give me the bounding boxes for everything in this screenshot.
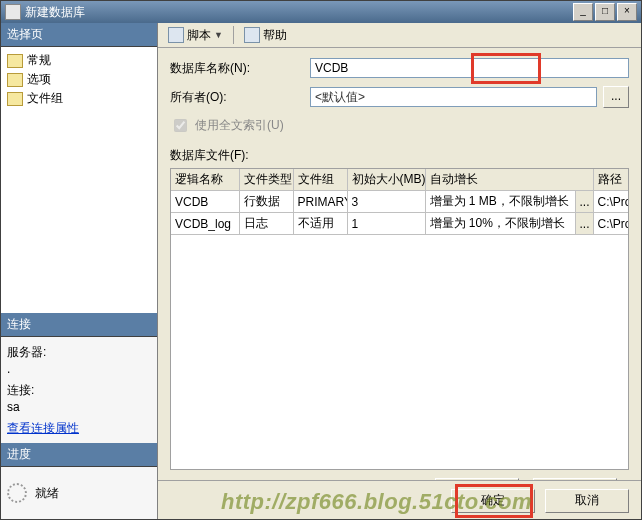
db-name-input[interactable] (310, 58, 629, 78)
page-icon (7, 54, 23, 68)
cell-grow: 增量为 1 MB，不限制增长 (425, 191, 575, 213)
file-buttons: 添加(A) 删除(R) (170, 470, 629, 480)
sidebar: 选择页 常规 选项 文件组 连接 服务器: . (1, 23, 158, 519)
col-name[interactable]: 逻辑名称 (171, 169, 239, 191)
connection-panel: 服务器: . 连接: sa 查看连接属性 (1, 337, 157, 443)
progress-panel: 就绪 (1, 467, 157, 519)
maximize-button[interactable]: □ (595, 3, 615, 21)
pages-panel: 常规 选项 文件组 (1, 47, 157, 313)
titlebar[interactable]: 新建数据库 _ □ × (1, 1, 641, 23)
col-grow[interactable]: 自动增长 (425, 169, 593, 191)
page-icon (7, 73, 23, 87)
cell-size[interactable]: 1 (347, 213, 425, 235)
grow-edit-button[interactable]: ... (575, 213, 593, 235)
progress-status: 就绪 (35, 485, 59, 502)
cell-grow: 增量为 10%，不限制增长 (425, 213, 575, 235)
page-general[interactable]: 常规 (5, 51, 153, 70)
connection-header: 连接 (1, 313, 157, 337)
cell-name[interactable]: VCDB (171, 191, 239, 213)
files-table-wrap[interactable]: 逻辑名称 文件类型 文件组 初始大小(MB) 自动增长 路径 VCDB (170, 168, 629, 470)
owner-label: 所有者(O): (170, 89, 310, 106)
help-icon (244, 27, 260, 43)
script-icon (168, 27, 184, 43)
owner-browse-button[interactable]: ... (603, 86, 629, 108)
col-ftype[interactable]: 文件类型 (239, 169, 293, 191)
chevron-down-icon: ▼ (214, 30, 223, 40)
col-size[interactable]: 初始大小(MB) (347, 169, 425, 191)
script-label: 脚本 (187, 27, 211, 44)
cell-ftype: 日志 (239, 213, 293, 235)
script-button[interactable]: 脚本 ▼ (164, 27, 227, 44)
files-table: 逻辑名称 文件类型 文件组 初始大小(MB) 自动增长 路径 VCDB (171, 169, 629, 235)
page-label: 常规 (27, 52, 51, 69)
cell-fg: 不适用 (293, 213, 347, 235)
toolbar-separator (233, 26, 234, 44)
owner-input[interactable] (310, 87, 597, 107)
table-row[interactable]: VCDB_log 日志 不适用 1 增量为 10%，不限制增长 ... C:\P… (171, 213, 629, 235)
help-button[interactable]: 帮助 (240, 27, 291, 44)
pages-header: 选择页 (1, 23, 157, 47)
ok-button[interactable]: 确定 (451, 489, 535, 513)
app-icon (5, 4, 21, 20)
cell-ftype: 行数据 (239, 191, 293, 213)
cell-path[interactable]: C:\Program Files\Micr (593, 213, 629, 235)
fulltext-checkbox: 使用全文索引(U) (170, 116, 629, 135)
server-label: 服务器: (7, 344, 151, 361)
main-panel: 脚本 ▼ 帮助 数据库名称(N): 所有者(O): (158, 23, 641, 519)
window-title: 新建数据库 (25, 4, 571, 21)
page-label: 选项 (27, 71, 51, 88)
cell-size[interactable]: 3 (347, 191, 425, 213)
grow-edit-button[interactable]: ... (575, 191, 593, 213)
col-path[interactable]: 路径 (593, 169, 629, 191)
toolbar: 脚本 ▼ 帮助 (158, 23, 641, 48)
cell-name[interactable]: VCDB_log (171, 213, 239, 235)
fulltext-label: 使用全文索引(U) (195, 117, 284, 134)
dialog-body: 选择页 常规 选项 文件组 连接 服务器: . (1, 23, 641, 519)
page-options[interactable]: 选项 (5, 70, 153, 89)
table-row[interactable]: VCDB 行数据 PRIMARY 3 增量为 1 MB，不限制增长 ... C:… (171, 191, 629, 213)
view-connection-properties[interactable]: 查看连接属性 (7, 421, 79, 435)
cell-fg: PRIMARY (293, 191, 347, 213)
col-fg[interactable]: 文件组 (293, 169, 347, 191)
minimize-button[interactable]: _ (573, 3, 593, 21)
page-label: 文件组 (27, 90, 63, 107)
dialog-window: 新建数据库 _ □ × 选择页 常规 选项 文件组 连接 (0, 0, 642, 520)
files-label: 数据库文件(F): (170, 147, 629, 164)
server-value: . (7, 362, 151, 376)
page-icon (7, 92, 23, 106)
close-button[interactable]: × (617, 3, 637, 21)
conn-value: sa (7, 400, 151, 414)
help-label: 帮助 (263, 27, 287, 44)
cancel-button[interactable]: 取消 (545, 489, 629, 513)
page-filegroups[interactable]: 文件组 (5, 89, 153, 108)
cell-path[interactable]: C:\Program Files\Micr (593, 191, 629, 213)
fulltext-checkbox-input (174, 119, 187, 132)
progress-icon (7, 483, 27, 503)
conn-label: 连接: (7, 382, 151, 399)
db-name-label: 数据库名称(N): (170, 60, 310, 77)
dialog-buttons: 确定 取消 (158, 480, 641, 519)
progress-header: 进度 (1, 443, 157, 467)
content: 数据库名称(N): 所有者(O): ... 使用全文索引(U) 数据库文件(F)… (158, 48, 641, 480)
